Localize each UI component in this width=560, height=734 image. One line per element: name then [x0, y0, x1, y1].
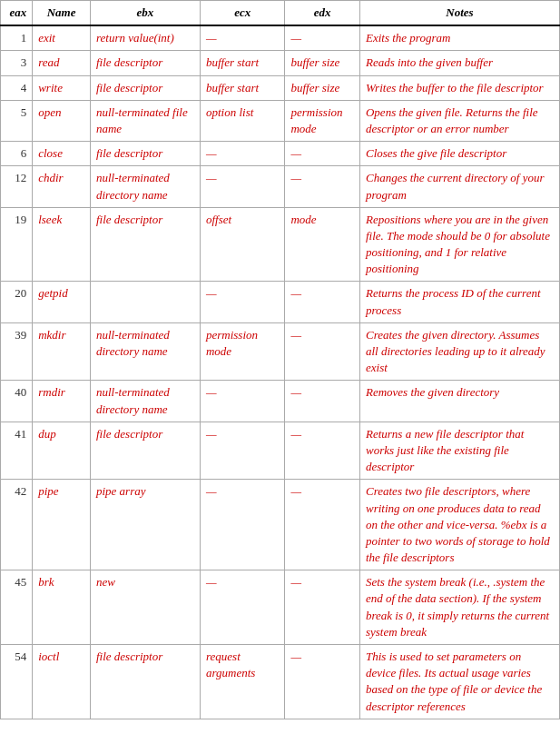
header-eax: eax	[1, 1, 33, 26]
header-ecx: ecx	[200, 1, 285, 26]
cell-ebx	[90, 282, 200, 322]
cell-ebx: file descriptor	[90, 207, 200, 282]
cell-notes: Creates two file descriptors, where writ…	[359, 480, 559, 570]
cell-ecx: option list	[200, 100, 285, 141]
header-notes: Notes	[359, 1, 559, 26]
cell-edx: —	[285, 25, 360, 51]
cell-ecx: —	[200, 570, 285, 645]
cell-edx: mode	[285, 207, 360, 282]
header-edx: edx	[285, 1, 360, 26]
cell-ebx: file descriptor	[90, 645, 200, 719]
cell-ecx: offset	[200, 207, 285, 282]
cell-edx: —	[285, 166, 360, 207]
cell-ecx: —	[200, 480, 285, 570]
cell-name: chdir	[33, 166, 91, 207]
cell-ecx: —	[200, 381, 285, 422]
cell-ecx: —	[200, 282, 285, 322]
cell-name: getpid	[33, 282, 91, 322]
cell-eax: 45	[1, 570, 33, 645]
cell-edx: —	[285, 645, 360, 719]
table-row: 12chdirnull-terminated directory name——C…	[1, 166, 560, 207]
cell-ecx: —	[200, 422, 285, 480]
table-row: 1exitreturn value(int)——Exits the progra…	[1, 25, 560, 51]
cell-ecx: buffer start	[200, 75, 285, 100]
syscall-table: eax Name ebx ecx edx Notes 1exitreturn v…	[0, 0, 560, 719]
table-row: 6closefile descriptor——Closes the give f…	[1, 142, 560, 166]
cell-eax: 1	[1, 25, 33, 51]
cell-notes: Removes the given directory	[359, 381, 559, 422]
table-row: 20getpid——Returns the process ID of the …	[1, 282, 560, 322]
cell-name: exit	[33, 25, 91, 51]
cell-ebx: new	[90, 570, 200, 645]
cell-ebx: file descriptor	[90, 422, 200, 480]
cell-ebx: null-terminated directory name	[90, 322, 200, 381]
cell-name: pipe	[33, 480, 91, 570]
cell-edx: —	[285, 570, 360, 645]
cell-edx: —	[285, 422, 360, 480]
cell-ecx: —	[200, 142, 285, 166]
cell-notes: Closes the give file descriptor	[359, 142, 559, 166]
cell-eax: 42	[1, 480, 33, 570]
cell-name: ioctl	[33, 645, 91, 719]
cell-notes: Sets the system break (i.e., .system the…	[359, 570, 559, 645]
table-row: 45brknew——Sets the system break (i.e., .…	[1, 570, 560, 645]
cell-ecx: permission mode	[200, 322, 285, 381]
cell-eax: 20	[1, 282, 33, 322]
cell-ebx: return value(int)	[90, 25, 200, 51]
cell-name: write	[33, 75, 91, 100]
cell-edx: —	[285, 142, 360, 166]
cell-ebx: null-terminated directory name	[90, 166, 200, 207]
cell-ecx: —	[200, 166, 285, 207]
cell-notes: This is used to set parameters on device…	[359, 645, 559, 719]
cell-edx: buffer size	[285, 51, 360, 75]
cell-notes: Changes the current directory of your pr…	[359, 166, 559, 207]
cell-edx: permission mode	[285, 100, 360, 141]
cell-eax: 41	[1, 422, 33, 480]
cell-ebx: file descriptor	[90, 51, 200, 75]
cell-notes: Reads into the given buffer	[359, 51, 559, 75]
cell-name: lseek	[33, 207, 91, 282]
cell-notes: Opens the given file. Returns the file d…	[359, 100, 559, 141]
cell-eax: 6	[1, 142, 33, 166]
cell-edx: —	[285, 322, 360, 381]
cell-ebx: null-terminated file name	[90, 100, 200, 141]
cell-notes: Returns the process ID of the current pr…	[359, 282, 559, 322]
header-ebx: ebx	[90, 1, 200, 26]
cell-notes: Repositions where you are in the given f…	[359, 207, 559, 282]
cell-eax: 39	[1, 322, 33, 381]
cell-edx: —	[285, 480, 360, 570]
cell-ebx: file descriptor	[90, 142, 200, 166]
cell-ebx: null-terminated directory name	[90, 381, 200, 422]
cell-notes: Writes the buffer to the file descriptor	[359, 75, 559, 100]
cell-notes: Creates the given directory. Assumes all…	[359, 322, 559, 381]
cell-ecx: —	[200, 25, 285, 51]
cell-name: dup	[33, 422, 91, 480]
cell-name: read	[33, 51, 91, 75]
cell-edx: —	[285, 282, 360, 322]
cell-ecx: request arguments	[200, 645, 285, 719]
cell-edx: —	[285, 381, 360, 422]
cell-ebx: file descriptor	[90, 75, 200, 100]
cell-eax: 40	[1, 381, 33, 422]
cell-eax: 3	[1, 51, 33, 75]
table-row: 41dupfile descriptor——Returns a new file…	[1, 422, 560, 480]
table-row: 4writefile descriptorbuffer startbuffer …	[1, 75, 560, 100]
cell-ebx: pipe array	[90, 480, 200, 570]
table-row: 19lseekfile descriptoroffsetmodeRepositi…	[1, 207, 560, 282]
table-row: 3readfile descriptorbuffer startbuffer s…	[1, 51, 560, 75]
cell-name: open	[33, 100, 91, 141]
cell-notes: Returns a new file descriptor that works…	[359, 422, 559, 480]
table-row: 39mkdirnull-terminated directory nameper…	[1, 322, 560, 381]
table-row: 5opennull-terminated file nameoption lis…	[1, 100, 560, 141]
cell-eax: 54	[1, 645, 33, 719]
cell-edx: buffer size	[285, 75, 360, 100]
cell-eax: 12	[1, 166, 33, 207]
cell-eax: 19	[1, 207, 33, 282]
cell-name: close	[33, 142, 91, 166]
header-name: Name	[33, 1, 91, 26]
cell-eax: 4	[1, 75, 33, 100]
table-row: 54ioctlfile descriptorrequest arguments—…	[1, 645, 560, 719]
cell-name: mkdir	[33, 322, 91, 381]
cell-notes: Exits the program	[359, 25, 559, 51]
table-row: 40rmdirnull-terminated directory name——R…	[1, 381, 560, 422]
